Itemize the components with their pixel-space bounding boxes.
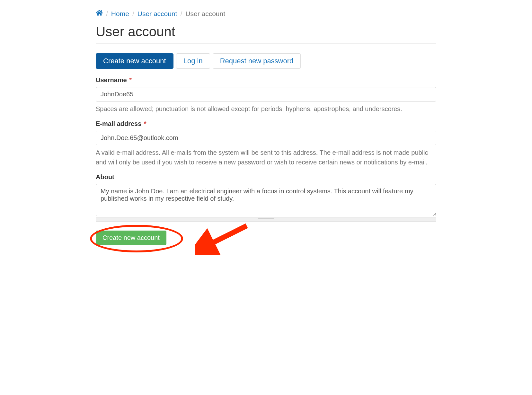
page-title: User account: [96, 24, 436, 40]
username-label: Username *: [96, 76, 436, 84]
about-label: About: [96, 173, 436, 181]
home-icon[interactable]: [96, 10, 103, 18]
account-tabs: Create new account Log in Request new pa…: [96, 53, 436, 69]
create-account-button[interactable]: Create new account: [96, 231, 166, 245]
username-label-text: Username: [96, 76, 127, 83]
submit-area: Create new account: [96, 231, 436, 245]
breadcrumb-sep: /: [180, 10, 182, 18]
breadcrumb-user-account[interactable]: User account: [137, 10, 177, 18]
tab-create-account[interactable]: Create new account: [96, 53, 173, 69]
username-input[interactable]: [96, 87, 436, 101]
breadcrumb-current: User account: [185, 10, 225, 18]
breadcrumb-home[interactable]: Home: [111, 10, 129, 18]
annotation-arrow-icon: [195, 221, 253, 255]
resize-handle[interactable]: [96, 217, 436, 222]
breadcrumb-sep: /: [132, 10, 134, 18]
svg-line-1: [205, 226, 247, 247]
about-group: About: [96, 173, 436, 222]
email-input[interactable]: [96, 131, 436, 145]
email-help: A valid e-mail address. All e-mails from…: [96, 148, 436, 167]
username-help: Spaces are allowed; punctuation is not a…: [96, 104, 436, 114]
breadcrumb-sep: /: [106, 10, 108, 18]
tab-request-password[interactable]: Request new password: [213, 53, 301, 69]
required-marker: *: [144, 120, 146, 127]
email-label-text: E-mail address: [96, 120, 141, 127]
breadcrumb: / Home / User account / User account: [96, 10, 436, 18]
username-group: Username * Spaces are allowed; punctuati…: [96, 76, 436, 114]
required-marker: *: [129, 76, 132, 83]
about-textarea[interactable]: [96, 184, 436, 216]
email-group: E-mail address * A valid e-mail address.…: [96, 120, 436, 167]
email-label: E-mail address *: [96, 120, 436, 127]
tab-login[interactable]: Log in: [176, 53, 210, 69]
title-divider: [96, 43, 436, 44]
